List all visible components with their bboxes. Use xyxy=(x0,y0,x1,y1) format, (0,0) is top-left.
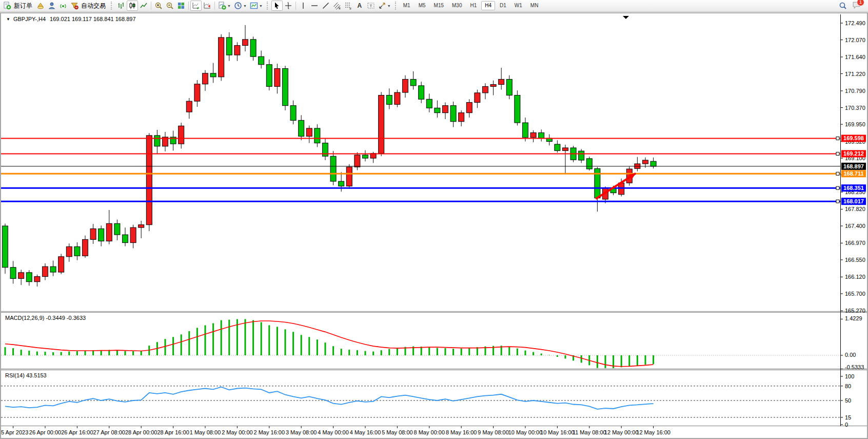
svg-text:10 May 16:00: 10 May 16:00 xyxy=(540,429,575,435)
trendline-button[interactable] xyxy=(320,1,331,11)
chart-shift-button[interactable] xyxy=(202,1,213,11)
bar-chart-button[interactable] xyxy=(115,1,127,11)
svg-text:28 Apr 16:00: 28 Apr 16:00 xyxy=(157,429,189,435)
chart-symbol-period: GBPJPY-,H4 xyxy=(13,16,46,22)
line-chart-icon xyxy=(140,2,148,10)
zoom-in-button[interactable] xyxy=(153,1,164,11)
price-chart-canvas[interactable]: 172.490172.070171.640171.220170.790170.3… xyxy=(1,13,867,438)
auto-scroll-icon xyxy=(192,2,200,10)
main-toolbar: 新订单 自动交易 ▼ ▼ xyxy=(0,0,868,12)
line-chart-button[interactable] xyxy=(138,1,149,11)
svg-text:E: E xyxy=(339,7,341,10)
svg-text:165.270: 165.270 xyxy=(845,308,865,314)
svg-text:165.700: 165.700 xyxy=(845,291,865,297)
candlestick-chart-button[interactable] xyxy=(127,1,138,11)
tab-timeframe-M15[interactable]: M15 xyxy=(430,1,447,10)
svg-text:169.950: 169.950 xyxy=(845,121,865,127)
toolbar-grip[interactable] xyxy=(111,2,113,10)
search-icon[interactable] xyxy=(839,2,847,10)
text-label-button[interactable]: T xyxy=(365,1,377,11)
text-tool-icon: A xyxy=(357,2,362,9)
chart-window: ▼GBPJPY-,H4169.021 169.117 168.841 168.8… xyxy=(0,12,868,439)
chevron-down-icon: ▼ xyxy=(243,4,247,8)
tab-timeframe-MN[interactable]: MN xyxy=(527,1,542,10)
toolbar-separator xyxy=(295,2,296,10)
equidistant-channel-icon: E xyxy=(333,2,341,10)
tile-windows-button[interactable] xyxy=(175,1,187,11)
vertical-line-button[interactable] xyxy=(298,1,309,11)
svg-text:25 Apr 2023: 25 Apr 2023 xyxy=(1,429,28,435)
svg-text:168.711: 168.711 xyxy=(843,170,863,177)
tab-timeframe-M1[interactable]: M1 xyxy=(400,1,414,10)
svg-text:166.550: 166.550 xyxy=(845,257,865,263)
auto-trading-button[interactable] xyxy=(69,1,80,11)
tab-timeframe-M30[interactable]: M30 xyxy=(448,1,465,10)
chart-title: ▼GBPJPY-,H4169.021 169.117 168.841 168.8… xyxy=(6,16,136,22)
svg-text:2 May 16:00: 2 May 16:00 xyxy=(254,429,285,435)
toolbar-right-group: 1 xyxy=(839,1,861,11)
toolbar-grip[interactable] xyxy=(267,2,269,10)
cursor-icon xyxy=(273,2,281,10)
new-order-button[interactable] xyxy=(2,1,13,11)
text-tool-button[interactable]: A xyxy=(354,1,365,11)
signal-button[interactable] xyxy=(57,1,69,11)
toolbar-grip[interactable] xyxy=(395,2,398,10)
chart-shift-icon xyxy=(203,2,211,10)
svg-text:167.400: 167.400 xyxy=(845,223,865,229)
cursor-button[interactable] xyxy=(271,1,283,11)
rsi-indicator-label: RSI(14) 43.5153 xyxy=(5,372,47,378)
equidistant-channel-button[interactable]: E xyxy=(331,1,343,11)
chevron-down-icon: ▼ xyxy=(227,4,231,8)
templates-button[interactable]: ▼ xyxy=(248,1,264,11)
svg-text:5 May 08:00: 5 May 08:00 xyxy=(382,429,413,435)
chart-ohlc-values: 169.021 169.117 168.841 168.897 xyxy=(50,16,135,22)
bar-chart-icon xyxy=(117,2,125,10)
svg-text:8 May 00:00: 8 May 00:00 xyxy=(414,429,445,435)
notification-badge: 1 xyxy=(857,0,864,6)
svg-text:-0.5333: -0.5333 xyxy=(845,364,864,370)
rsi-value: 43.5153 xyxy=(26,372,47,378)
rsi-name: RSI(14) xyxy=(5,372,25,378)
arrows-icon xyxy=(378,2,386,10)
svg-text:166.970: 166.970 xyxy=(845,240,865,246)
svg-text:10 May 00:00: 10 May 00:00 xyxy=(508,429,543,435)
candlestick-chart-icon xyxy=(128,2,136,10)
svg-text:170.790: 170.790 xyxy=(845,88,865,94)
auto-scroll-button[interactable] xyxy=(190,1,202,11)
svg-text:3 May 08:00: 3 May 08:00 xyxy=(286,429,317,435)
auto-trading-label[interactable]: 自动交易 xyxy=(81,2,106,10)
signal-icon xyxy=(59,2,67,10)
tab-timeframe-H1[interactable]: H1 xyxy=(466,1,480,10)
macd-name: MACD(12,26,9) xyxy=(5,315,44,321)
tab-timeframe-D1[interactable]: D1 xyxy=(496,1,510,10)
gold-deposit-icon xyxy=(36,2,45,10)
fibonacci-button[interactable]: F xyxy=(343,1,354,11)
tab-timeframe-M5[interactable]: M5 xyxy=(415,1,429,10)
svg-text:0.00: 0.00 xyxy=(845,352,856,358)
periods-button[interactable]: ▼ xyxy=(232,1,248,11)
svg-text:169.598: 169.598 xyxy=(843,135,864,141)
svg-text:168.897: 168.897 xyxy=(843,163,864,169)
new-order-label[interactable]: 新订单 xyxy=(14,2,32,10)
svg-text:15: 15 xyxy=(845,414,851,421)
horizontal-line-button[interactable] xyxy=(309,1,320,11)
arrows-button[interactable]: ▼ xyxy=(377,1,392,11)
svg-text:172.070: 172.070 xyxy=(845,37,865,43)
indicators-button[interactable]: ▼ xyxy=(216,1,232,11)
svg-text:12 May 16:00: 12 May 16:00 xyxy=(636,429,670,435)
svg-text:166.120: 166.120 xyxy=(845,274,865,280)
crosshair-icon xyxy=(284,2,292,10)
chart-collapse-icon[interactable]: ▼ xyxy=(6,17,10,22)
zoom-out-icon xyxy=(166,2,174,10)
deposit-button[interactable] xyxy=(35,1,46,11)
chat-button[interactable]: 1 xyxy=(852,1,861,11)
profile-button[interactable] xyxy=(46,1,57,11)
crosshair-button[interactable] xyxy=(283,1,294,11)
zoom-out-button[interactable] xyxy=(164,1,175,11)
tab-timeframe-W1[interactable]: W1 xyxy=(511,1,526,10)
svg-text:170.370: 170.370 xyxy=(845,105,865,111)
tab-timeframe-H4[interactable]: H4 xyxy=(481,1,495,10)
svg-text:0: 0 xyxy=(845,422,848,428)
svg-text:168.351: 168.351 xyxy=(843,185,864,191)
chevron-down-icon: ▼ xyxy=(387,4,391,8)
